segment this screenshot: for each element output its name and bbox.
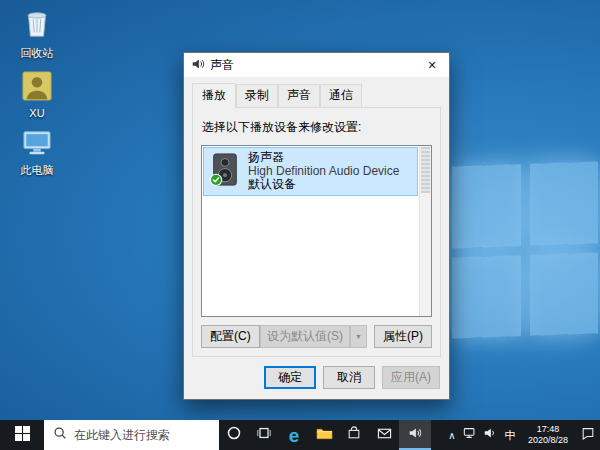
apply-button[interactable]: 应用(A) — [382, 366, 440, 389]
dialog-title: 声音 — [210, 57, 234, 74]
windows-logo-pane — [452, 255, 521, 339]
tab-strip: 播放 录制 声音 通信 — [192, 83, 441, 108]
desktop-icon-label: XU — [29, 107, 44, 119]
task-view-button[interactable] — [249, 420, 279, 450]
configure-button[interactable]: 配置(C) — [201, 325, 260, 348]
mail-icon — [377, 426, 392, 445]
search-placeholder-text: 在此键入进行搜索 — [74, 427, 170, 444]
tab-playback[interactable]: 播放 — [192, 83, 236, 108]
desktop-icon-label: 回收站 — [21, 46, 54, 61]
windows-logo-pane — [452, 164, 521, 248]
tab-recording[interactable]: 录制 — [236, 84, 278, 107]
sound-app-icon — [407, 425, 423, 445]
user-avatar-icon — [22, 71, 52, 105]
cortana-icon — [226, 425, 242, 445]
cancel-button[interactable]: 取消 — [323, 366, 375, 389]
windows-logo-wallpaper — [452, 161, 598, 338]
taskbar-search-input[interactable]: 在此键入进行搜索 — [44, 420, 219, 450]
clock-date: 2020/8/28 — [528, 435, 568, 446]
speaker-device-icon — [208, 153, 242, 190]
clock-time: 17:48 — [528, 424, 568, 435]
tab-communications[interactable]: 通信 — [320, 84, 362, 107]
device-listbox[interactable]: 扬声器 High Definition Audio Device 默认设备 — [201, 145, 432, 317]
show-hidden-icons-button[interactable]: ∧ — [444, 420, 460, 450]
system-tray: ∧ 中 17:48 2020/8/28 — [444, 420, 600, 450]
taskbar-clock[interactable]: 17:48 2020/8/28 — [520, 420, 576, 450]
set-default-split-button: 设为默认值(S) ▼ — [260, 325, 367, 348]
file-explorer-icon — [316, 426, 333, 445]
listbox-scrollbar[interactable] — [419, 146, 431, 316]
desktop-icon-list: 回收站 XU 此电脑 — [6, 6, 68, 178]
cortana-button[interactable] — [219, 420, 249, 450]
mail-button[interactable] — [369, 420, 399, 450]
scrollbar-thumb[interactable] — [421, 147, 430, 193]
dialog-bottom-buttons: 确定 取消 应用(A) — [184, 357, 449, 399]
desktop-icon-this-pc[interactable]: 此电脑 — [6, 129, 68, 178]
device-status: 默认设备 — [248, 178, 399, 192]
this-pc-icon — [21, 129, 53, 161]
edge-icon: e — [289, 426, 300, 445]
device-list-item-speakers[interactable]: 扬声器 High Definition Audio Device 默认设备 — [203, 147, 418, 196]
search-icon — [53, 426, 67, 444]
network-tray-button[interactable] — [460, 420, 480, 450]
speaker-icon — [191, 57, 205, 74]
windows-logo-pane — [530, 252, 599, 336]
start-button[interactable] — [0, 420, 44, 450]
store-button[interactable] — [339, 420, 369, 450]
chevron-down-icon: ▼ — [355, 333, 362, 340]
edge-button[interactable]: e — [279, 420, 309, 450]
tab-sounds[interactable]: 声音 — [278, 84, 320, 107]
task-view-icon — [256, 425, 272, 445]
close-button[interactable]: ✕ — [415, 53, 449, 77]
volume-tray-button[interactable] — [480, 420, 500, 450]
device-name: 扬声器 — [248, 151, 399, 165]
desktop-icon-recycle-bin[interactable]: 回收站 — [6, 6, 68, 61]
action-center-button[interactable] — [576, 420, 600, 450]
taskbar: 在此键入进行搜索 e — [0, 420, 600, 450]
file-explorer-button[interactable] — [309, 420, 339, 450]
store-icon — [347, 426, 361, 444]
volume-icon — [483, 426, 497, 444]
properties-button[interactable]: 属性(P) — [374, 325, 432, 348]
playback-tab-page: 选择以下播放设备来修改设置: 扬声器 High Definition Audio — [192, 107, 441, 357]
dialog-titlebar[interactable]: 声音 ✕ — [184, 53, 449, 77]
desktop-icon-label: 此电脑 — [21, 163, 54, 178]
sound-dialog: 声音 ✕ 播放 录制 声音 通信 选择以下播放设备来修改设置: — [183, 52, 450, 400]
device-text-block: 扬声器 High Definition Audio Device 默认设备 — [248, 151, 399, 192]
recycle-bin-icon — [21, 6, 53, 44]
ime-indicator[interactable]: 中 — [500, 420, 520, 450]
clock-container: 17:48 2020/8/28 — [528, 424, 568, 446]
windows-logo-pane — [530, 161, 599, 245]
set-default-dropdown-button[interactable]: ▼ — [350, 325, 367, 348]
instruction-text: 选择以下播放设备来修改设置: — [202, 119, 431, 136]
notification-icon — [581, 426, 595, 444]
sound-dialog-taskbar-button[interactable] — [399, 420, 431, 450]
set-default-button[interactable]: 设为默认值(S) — [260, 325, 350, 348]
device-description: High Definition Audio Device — [248, 165, 399, 179]
desktop-icon-user-folder[interactable]: XU — [6, 71, 68, 119]
device-actions-row: 配置(C) 设为默认值(S) ▼ 属性(P) — [201, 325, 432, 348]
ok-button[interactable]: 确定 — [264, 366, 316, 389]
windows-start-icon — [15, 426, 30, 445]
network-icon — [463, 426, 477, 444]
